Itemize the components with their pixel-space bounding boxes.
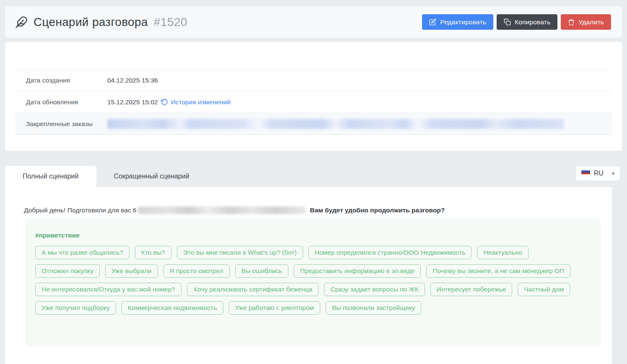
greeting-line: Добрый день! Подготовили для вас 6 Вам б…: [24, 207, 602, 214]
page-header: Сценарий разговора #1520 Редактировать К…: [5, 6, 622, 38]
reply-option-button[interactable]: Интересует побережье: [430, 283, 513, 296]
reply-option-button[interactable]: Уже работаю с риелтором: [229, 301, 320, 315]
table-row-pinned-orders: Закрепленные заказы: [15, 113, 612, 135]
reply-option-button[interactable]: Я просто смотрел: [163, 264, 230, 278]
reply-option-button[interactable]: А мы что разве общались?: [35, 246, 130, 259]
page-title: Сценарий разговора: [34, 15, 148, 29]
reply-option-button[interactable]: Отложил покупку: [35, 264, 100, 278]
feather-icon: [15, 16, 28, 28]
delete-button[interactable]: Удалить: [561, 14, 611, 30]
created-date-value: 04.12.2025 15:36: [107, 70, 612, 91]
updated-date-label: Дата обновления: [15, 91, 107, 113]
reply-option-button[interactable]: Почему вы звоните, а не сам менеджер ОП: [426, 264, 570, 278]
language-select[interactable]: RU ▾: [575, 166, 620, 181]
table-row-created: Дата создания 04.12.2025 15:36: [15, 70, 612, 91]
pinned-orders-label: Закрепленные заказы: [15, 113, 107, 135]
script-tabs: Полный сценарий Сокращенный сценарий RU …: [5, 166, 627, 187]
reply-option-button[interactable]: Вы позвонили застройщику: [326, 301, 421, 315]
copy-icon: [504, 18, 511, 26]
trash-icon: [568, 19, 575, 26]
redacted-pinned-orders: [107, 119, 564, 129]
updated-date-value: 15.12.2025 15:02: [107, 98, 158, 106]
table-row-updated: Дата обновления 15.12.2025 15:02 История…: [15, 91, 612, 113]
history-rotate-ccw-icon[interactable]: [161, 98, 168, 106]
reply-option-button[interactable]: Это вы мне писали в What’s up? (бот): [177, 246, 303, 259]
history-link[interactable]: История изменений: [171, 98, 231, 106]
page-id: #1520: [154, 15, 187, 29]
edit-button-label: Редактировать: [440, 18, 486, 26]
created-date-label: Дата создания: [15, 70, 107, 91]
greeting-section: #приветствие А мы что разве общались?Кто…: [25, 219, 601, 346]
edit-pencil-icon: [429, 18, 436, 26]
language-code: RU: [594, 170, 604, 177]
tab-short-script[interactable]: Сокращенный сценарий: [96, 166, 207, 186]
reply-option-button[interactable]: Частный дом: [518, 283, 570, 296]
copy-button[interactable]: Копировать: [497, 14, 557, 30]
greeting-suffix: Вам будет удобно продолжить разговор?: [310, 207, 445, 214]
russia-flag-icon: [581, 170, 590, 176]
edit-button[interactable]: Редактировать: [422, 14, 493, 30]
details-card: Дата создания 04.12.2025 15:36 Дата обно…: [5, 42, 622, 151]
delete-button-label: Удалить: [578, 18, 604, 26]
reply-options: А мы что разве общались?Кто вы?Это вы мн…: [35, 246, 591, 315]
copy-button-label: Копировать: [515, 18, 550, 26]
reply-option-button[interactable]: Уже выбрали: [105, 264, 158, 278]
reply-option-button[interactable]: Кто вы?: [135, 246, 171, 259]
greeting-prefix: Добрый день! Подготовили для вас 6: [24, 207, 136, 214]
section-hashtag: #приветствие: [35, 232, 591, 239]
reply-option-button[interactable]: Номер определился странно/ООО Недвижимос…: [308, 246, 472, 259]
pinned-orders-value-cell: [107, 113, 612, 135]
reply-option-button[interactable]: Не интересовался/Откуда у вас мой номер?: [35, 283, 181, 296]
reply-option-button[interactable]: Неактуально: [477, 246, 529, 259]
reply-option-button[interactable]: Предоставить информацию в эл.виде: [294, 264, 421, 278]
reply-option-button[interactable]: Сразу задает вопросы по ЖК: [324, 283, 425, 296]
details-table: Дата создания 04.12.2025 15:36 Дата обно…: [15, 69, 612, 135]
tab-full-script[interactable]: Полный сценарий: [5, 166, 96, 187]
reply-option-button[interactable]: Коммерческая недвижимость: [122, 301, 223, 315]
reply-option-button[interactable]: Уже получил подборку: [35, 301, 116, 315]
script-content-panel: Добрый день! Подготовили для вас 6 Вам б…: [5, 187, 612, 364]
updated-date-value-cell: 15.12.2025 15:02 История изменений: [107, 91, 612, 113]
reply-option-button[interactable]: Хочу реализовать сертификат беженца: [187, 283, 319, 296]
redacted-greeting-text: [138, 207, 306, 214]
title-wrap: Сценарий разговора #1520: [15, 15, 187, 29]
reply-option-button[interactable]: Вы ошиблись: [235, 264, 288, 278]
chevron-down-icon: ▾: [612, 171, 614, 176]
header-actions: Редактировать Копировать Удалить: [422, 14, 611, 30]
